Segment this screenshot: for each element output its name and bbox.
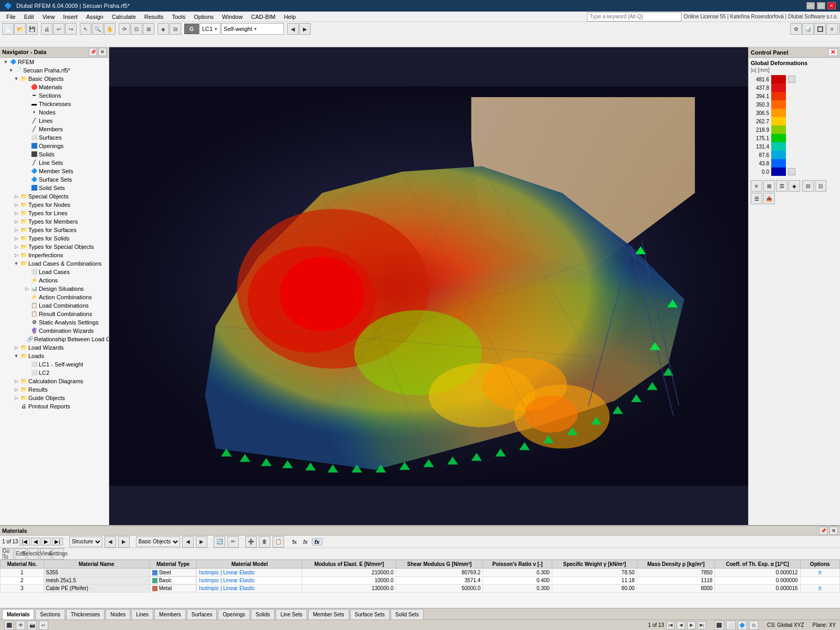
tree-thicknesses[interactable]: ▷ ▬ Thicknesses: [0, 100, 109, 108]
table-row[interactable]: 3 Cable PE (Pfeifer) Metal Isotropic | L…: [1, 584, 840, 592]
tb-btn-2[interactable]: ▶: [299, 23, 311, 35]
basic-expand-icon[interactable]: ▼: [13, 75, 20, 82]
td-options[interactable]: ⎘: [800, 569, 839, 577]
bp-sub-btn-3[interactable]: Selection: [27, 548, 39, 560]
tree-solids[interactable]: ▷ ⬛ Solids: [0, 150, 109, 159]
table-row[interactable]: 2 mesh 25x1.5 Basic Isotropic | Linear E…: [1, 576, 840, 584]
tree-combination-wizards[interactable]: ▷ 🔮 Combination Wizards: [0, 327, 109, 335]
cs-indicator-0[interactable]: [788, 76, 795, 83]
menu-insert[interactable]: Insert: [59, 13, 82, 21]
bp-sub-btn-1[interactable]: Go To: [2, 548, 14, 560]
menu-tools[interactable]: Tools: [167, 13, 190, 21]
tree-lc2[interactable]: ▷ ⬜ LC2: [0, 369, 109, 377]
tree-basic-objects[interactable]: ▼ 📁 Basic Objects: [0, 75, 109, 83]
viewport-area[interactable]: [109, 47, 748, 525]
tree-loads[interactable]: ▼ 📁 Loads: [0, 352, 109, 360]
project-expand-icon[interactable]: ▼: [7, 67, 15, 74]
tab-thicknesses[interactable]: Thicknesses: [66, 609, 105, 620]
menu-calculate[interactable]: Calculate: [108, 13, 140, 21]
status-cam-btn[interactable]: 📷: [27, 621, 37, 630]
load-case-dropdown[interactable]: LC1 ▼: [200, 23, 220, 35]
tree-imperfections[interactable]: ▷ 📁 Imperfections: [0, 251, 109, 259]
tab-member-sets[interactable]: Member Sets: [308, 609, 349, 620]
status-icon-1[interactable]: ⬛: [715, 621, 724, 630]
bp-edit-btn[interactable]: ✏: [227, 536, 239, 548]
tb-btn-3[interactable]: ⚙: [790, 23, 802, 35]
tree-action-combinations[interactable]: ▷ ⚡ Action Combinations: [0, 293, 109, 301]
zoom-button[interactable]: 🔍: [92, 23, 103, 35]
tab-solid-sets[interactable]: Solid Sets: [391, 609, 424, 620]
tree-relationship[interactable]: ▷ 🔗 Relationship Between Load Cases: [0, 335, 109, 343]
tb-btn-5[interactable]: 🔲: [814, 23, 826, 35]
status-icon-3[interactable]: 🔷: [738, 621, 747, 630]
tree-nodes[interactable]: ▷ • Nodes: [0, 108, 109, 117]
render-button[interactable]: ◈: [158, 23, 169, 35]
close-button[interactable]: ✕: [827, 2, 836, 9]
menu-file[interactable]: File: [2, 13, 20, 21]
status-icon-4[interactable]: ⊙: [749, 621, 759, 630]
open-button[interactable]: 📂: [14, 23, 26, 35]
tree-types-special[interactable]: ▷ 📁 Types for Special Objects: [0, 243, 109, 251]
cp-view-icon[interactable]: ⊡: [815, 180, 826, 192]
bp-first-btn[interactable]: |◀: [19, 538, 30, 545]
menu-view[interactable]: View: [38, 13, 59, 21]
status-layers-btn[interactable]: ⬛: [4, 621, 14, 630]
keyword-search-input[interactable]: [587, 12, 681, 22]
tree-types-nodes[interactable]: ▷ 📁 Types for Nodes: [0, 201, 109, 209]
tree-project[interactable]: ▼ 📄 Secuan Praha.rf5*: [0, 66, 109, 75]
tab-surfaces[interactable]: Surfaces: [187, 609, 217, 620]
tree-results[interactable]: ▷ 📁 Results: [0, 385, 109, 394]
new-button[interactable]: 📄: [2, 23, 14, 35]
bp-next-btn[interactable]: ▶: [41, 538, 51, 545]
status-first-btn[interactable]: |◀: [666, 621, 675, 629]
status-eye-btn[interactable]: 👁: [16, 621, 25, 630]
bp-refresh-btn[interactable]: 🔄: [214, 536, 225, 548]
tab-materials[interactable]: Materials: [2, 609, 34, 620]
menu-edit[interactable]: Edit: [20, 13, 38, 21]
status-prev-btn[interactable]: ◀: [677, 621, 685, 629]
undo-button[interactable]: ↩: [53, 23, 65, 35]
tree-load-cases[interactable]: ▷ ⬜ Load Cases: [0, 268, 109, 276]
rotate-button[interactable]: ⟳: [119, 23, 130, 35]
menu-results[interactable]: Results: [140, 13, 168, 21]
status-arrow-btn[interactable]: ↩: [39, 621, 48, 630]
menu-window[interactable]: Window: [218, 13, 247, 21]
nav-close-button[interactable]: ✕: [98, 48, 107, 56]
minimize-button[interactable]: –: [806, 2, 815, 9]
tree-guide-objects[interactable]: ▷ 📁 Guide Objects: [0, 394, 109, 402]
tree-surfaces[interactable]: ▷ ⬜ Surfaces: [0, 133, 109, 142]
select-button[interactable]: ↖: [80, 23, 91, 35]
tree-load-cases-comb[interactable]: ▼ 📁 Load Cases & Combinations: [0, 259, 109, 268]
load-case-name-dropdown[interactable]: Self-weight ▼: [221, 23, 284, 35]
cp-surface-icon[interactable]: ◈: [789, 180, 800, 192]
tree-member-sets[interactable]: ▷ 🔷 Member Sets: [0, 167, 109, 175]
tree-printout-reports[interactable]: ▷ 🖨 Printout Reports: [0, 402, 109, 411]
table-row[interactable]: 1 S355 Steel Isotropic | Linear Elastic …: [1, 569, 840, 577]
tab-openings[interactable]: Openings: [218, 609, 250, 620]
tree-types-surfaces[interactable]: ▷ 📁 Types for Surfaces: [0, 226, 109, 234]
tree-special-objects[interactable]: ▷ 📁 Special Objects: [0, 192, 109, 201]
menu-assign[interactable]: Assign: [82, 13, 108, 21]
tree-types-members[interactable]: ▷ 📁 Types for Members: [0, 217, 109, 226]
cp-legend-icon[interactable]: ☰: [751, 193, 762, 204]
tree-line-sets[interactable]: ▷ ╱ Line Sets: [0, 159, 109, 167]
tb-btn-6[interactable]: ≡: [826, 23, 838, 35]
bp-prev-btn[interactable]: ◀: [31, 538, 40, 545]
expand-icon[interactable]: ▼: [2, 58, 9, 66]
tree-static-analysis[interactable]: ▷ ⚙ Static Analysis Settings: [0, 318, 109, 327]
cp-grid-icon[interactable]: ⊟: [802, 180, 814, 192]
bp-filter-prev[interactable]: ◀: [104, 536, 116, 548]
tree-types-solids[interactable]: ▷ 📁 Types for Solids: [0, 234, 109, 243]
bp-filter-dropdown[interactable]: Structure: [69, 537, 102, 547]
tree-members[interactable]: ▷ ╱ Members: [0, 125, 109, 133]
print-button[interactable]: 🖨: [41, 23, 52, 35]
bp-add-btn[interactable]: ➕: [245, 536, 257, 548]
cp-isoline-icon[interactable]: ⊞: [763, 180, 775, 192]
status-icon-2[interactable]: ⬜: [726, 621, 736, 630]
tree-rfem-root[interactable]: ▼ 🔷 RFEM: [0, 58, 109, 66]
top-view-button[interactable]: ⊞: [143, 23, 154, 35]
bp-filter2-prev[interactable]: ◀: [182, 536, 194, 548]
tab-sections[interactable]: Sections: [35, 609, 65, 620]
pan-button[interactable]: ✋: [104, 23, 116, 35]
tab-solids[interactable]: Solids: [251, 609, 275, 620]
